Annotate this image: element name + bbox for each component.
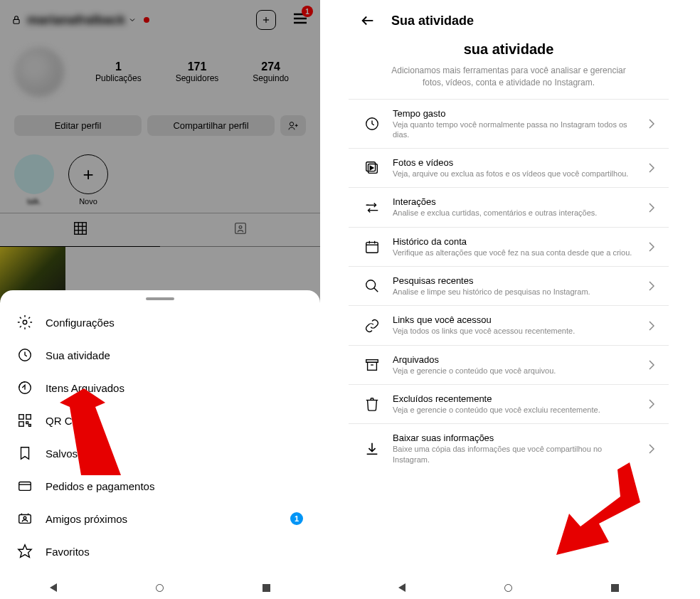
activity-title: Interações — [393, 196, 637, 207]
sheet-item-itens-arquivados[interactable]: Itens Arquivados — [0, 371, 320, 404]
people-icon — [17, 511, 33, 526]
story-highlight-item[interactable]: talk. — [14, 154, 54, 206]
avatar[interactable] — [14, 47, 64, 97]
activity-item-pesquisas-recentes[interactable]: Pesquisas recentesAnalise e limpe seu hi… — [349, 266, 669, 305]
svg-rect-24 — [19, 482, 31, 491]
add-friends-button[interactable] — [280, 115, 306, 136]
sheet-item-label: Itens Arquivados — [46, 382, 124, 394]
chevron-right-icon — [649, 242, 654, 252]
activity-subtitle: Veja quanto tempo você normalmente passa… — [393, 120, 637, 140]
chevron-down-icon[interactable] — [128, 16, 137, 24]
stat-following[interactable]: 274Seguindo — [253, 60, 289, 83]
red-dot — [144, 17, 149, 23]
menu-badge: 1 — [302, 6, 313, 17]
bookmark-icon — [17, 445, 33, 461]
photos-icon — [363, 159, 381, 177]
activity-item-interações[interactable]: InteraçõesAnalise e exclua curtidas, com… — [349, 187, 669, 226]
clock-icon — [17, 347, 33, 363]
chevron-right-icon — [649, 399, 654, 409]
nav-home[interactable] — [156, 584, 164, 592]
activity-item-fotos-e-vídeos[interactable]: Fotos e vídeosVeja, arquive ou exclua as… — [349, 148, 669, 187]
sheet-item-label: Amigos próximos — [46, 513, 127, 525]
svg-rect-9 — [74, 223, 86, 235]
activity-title: Histórico da conta — [393, 236, 637, 247]
svg-marker-36 — [370, 166, 373, 171]
menu-button[interactable]: 1 — [292, 10, 309, 30]
share-profile-button[interactable]: Compartilhar perfil — [147, 115, 275, 136]
svg-rect-49 — [368, 362, 377, 370]
lock-icon — [11, 15, 21, 25]
stats: 1Publicações 171Seguidores 274Seguindo — [78, 60, 306, 83]
back-arrow-icon[interactable] — [360, 13, 376, 28]
nav-recent[interactable] — [611, 584, 619, 592]
activity-title: Links que você acessou — [393, 314, 637, 325]
activity-subtitle: Veja e gerencie o conteúdo que você excl… — [393, 405, 637, 415]
stat-followers[interactable]: 171Seguidores — [176, 60, 219, 83]
story-new-button[interactable]: + Novo — [68, 154, 108, 206]
arrow-annotation — [541, 462, 640, 555]
activity-item-excluídos-recentemente[interactable]: Excluídos recentementeVeja e gerencie o … — [349, 384, 669, 423]
svg-point-15 — [239, 226, 242, 228]
sheet-item-label: Sua atividade — [46, 349, 110, 361]
activity-item-links-que-você-acessou[interactable]: Links que você acessouVeja todos os link… — [349, 305, 669, 344]
activity-item-histórico-da-conta[interactable]: Histórico da contaVerifique as alteraçõe… — [349, 227, 669, 266]
svg-rect-21 — [19, 422, 23, 426]
activity-item-baixar-suas-informações[interactable]: Baixar suas informaçõesBaixe uma cópia d… — [349, 423, 669, 473]
activity-title: Tempo gasto — [393, 108, 637, 119]
card-icon — [17, 478, 33, 494]
chevron-right-icon — [649, 360, 654, 370]
sheet-item-salvos[interactable]: Salvos — [0, 437, 320, 470]
sheet-item-label: QR Code — [46, 415, 90, 427]
right-phone: Sua atividade sua atividade Adicionamos … — [349, 0, 669, 599]
tab-grid[interactable] — [0, 213, 160, 247]
sheet-item-favoritos[interactable]: Favoritos — [0, 535, 320, 568]
nav-recent[interactable] — [262, 584, 270, 592]
tab-tagged[interactable] — [160, 213, 320, 247]
sheet-handle[interactable] — [146, 297, 174, 300]
sheet-item-qr-code[interactable]: QR Code — [0, 404, 320, 437]
activity-item-tempo-gasto[interactable]: Tempo gastoVeja quanto tempo você normal… — [349, 99, 669, 149]
svg-rect-22 — [26, 422, 28, 424]
qr-icon — [17, 413, 33, 428]
clock-icon — [363, 115, 381, 133]
svg-rect-23 — [29, 425, 31, 427]
nav-home[interactable] — [504, 584, 512, 592]
archive-icon — [17, 380, 33, 396]
story-highlights: talk. + Novo — [0, 147, 320, 213]
activity-subtitle: Veja todos os links que você acessou rec… — [393, 326, 637, 336]
sheet-item-label: Configurações — [46, 317, 115, 329]
sheet-item-amigos-próximos[interactable]: Amigos próximos1 — [0, 502, 320, 535]
calendar-icon — [363, 238, 381, 256]
star-icon — [17, 544, 33, 559]
edit-profile-button[interactable]: Editar perfil — [14, 115, 142, 136]
svg-line-47 — [374, 288, 378, 292]
sheet-badge: 1 — [290, 512, 303, 525]
activity-header: Sua atividade — [349, 0, 669, 41]
svg-rect-39 — [366, 243, 378, 253]
sheet-item-configurações[interactable]: Configurações — [0, 306, 320, 339]
svg-point-16 — [23, 320, 27, 324]
activity-title: Fotos e vídeos — [393, 157, 637, 168]
stat-posts[interactable]: 1Publicações — [95, 60, 142, 83]
profile-header: marianafralback 1 — [0, 0, 320, 40]
subtitle: sua atividade — [349, 41, 669, 58]
archive-icon — [363, 356, 381, 374]
profile-tabs — [0, 213, 320, 247]
nav-back[interactable] — [398, 583, 405, 592]
svg-rect-20 — [26, 415, 31, 419]
sheet-item-pedidos-e-pagamentos[interactable]: Pedidos e pagamentos — [0, 470, 320, 502]
svg-point-46 — [366, 280, 376, 290]
trash-icon — [363, 395, 381, 413]
description: Adicionamos mais ferramentas para você a… — [349, 58, 669, 99]
create-button[interactable] — [256, 10, 276, 30]
activity-title: Baixar suas informações — [393, 433, 637, 443]
activity-subtitle: Analise e limpe seu histórico de pesquis… — [393, 287, 637, 297]
nav-back[interactable] — [50, 583, 57, 592]
sheet-item-sua-atividade[interactable]: Sua atividade — [0, 339, 320, 371]
activity-item-arquivados[interactable]: ArquivadosVeja e gerencie o conteúdo que… — [349, 345, 669, 384]
svg-rect-19 — [19, 415, 23, 419]
android-nav — [349, 576, 669, 599]
username[interactable]: marianafralback — [27, 13, 125, 28]
sheet-item-label: Pedidos e pagamentos — [46, 480, 154, 492]
sheet-item-label: Favoritos — [46, 546, 90, 558]
